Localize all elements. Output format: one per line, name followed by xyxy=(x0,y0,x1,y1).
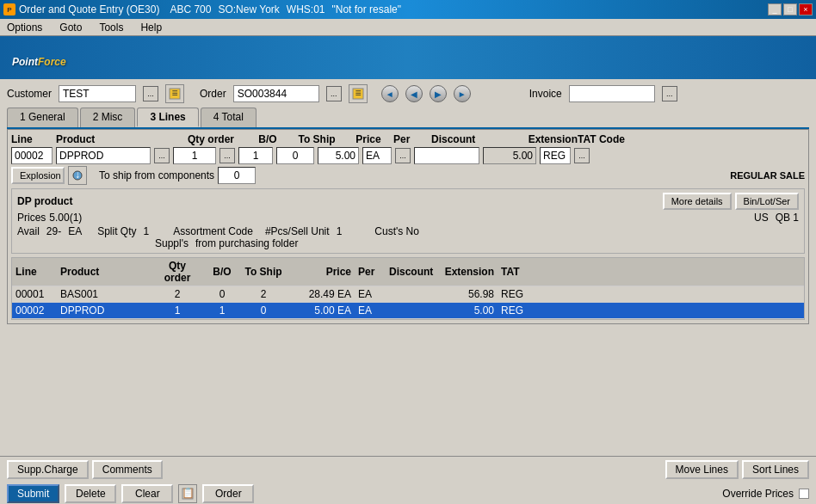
customer-row: Customer ... ≡ Order ... ≡ ◄ ◀ ▶ ► Invoi… xyxy=(7,84,809,103)
cell-discount-1 xyxy=(386,292,437,296)
sort-lines-button[interactable]: Sort Lines xyxy=(742,460,809,479)
th-per: Per xyxy=(355,264,386,280)
avail-label: Avail xyxy=(17,225,40,237)
menu-goto[interactable]: Goto xyxy=(56,22,85,34)
cell-bo-1: 0 xyxy=(203,286,241,302)
bin-lot-ser-button[interactable]: Bin/Lot/Ser xyxy=(735,193,799,210)
invoice-search-button[interactable]: ... xyxy=(662,86,677,101)
override-prices-checkbox[interactable] xyxy=(799,489,809,499)
tab-lines[interactable]: 3 Lines xyxy=(137,108,198,127)
price-input[interactable] xyxy=(318,147,359,164)
tabs-row: 1 General 2 Misc 3 Lines 4 Total xyxy=(7,108,809,129)
product-input[interactable] xyxy=(56,147,151,164)
cell-product-2: DPPROD xyxy=(57,303,151,318)
order-icon-button[interactable]: ≡ xyxy=(349,84,368,103)
supp-charge-button[interactable]: Supp.Charge xyxy=(7,460,89,479)
explosion-icon-button[interactable]: ↓ xyxy=(68,166,87,185)
qty-order-input[interactable] xyxy=(173,147,216,164)
order-icon: 📋 xyxy=(178,484,197,503)
tat-code-search-button[interactable]: ... xyxy=(574,148,590,163)
col-header-product: Product xyxy=(56,133,176,145)
cell-qty-1: 2 xyxy=(151,286,203,302)
logo-text: PointForce xyxy=(12,44,66,71)
product-search-button[interactable]: ... xyxy=(154,148,170,163)
menu-options[interactable]: Options xyxy=(3,22,46,34)
col-header-price: Price xyxy=(343,133,393,145)
invoice-label: Invoice xyxy=(529,88,562,100)
delete-button[interactable]: Delete xyxy=(65,484,116,503)
cell-tat-1: REG xyxy=(498,286,541,302)
close-button[interactable]: × xyxy=(799,3,813,15)
col-header-tatcode: TAT Code xyxy=(578,133,638,145)
order-button[interactable]: Order xyxy=(202,484,254,503)
col-header-per: Per xyxy=(393,133,431,145)
svg-text:📋: 📋 xyxy=(182,488,194,499)
assortment-code-label: Assortment Code xyxy=(173,225,253,237)
minimize-button[interactable]: _ xyxy=(768,3,782,15)
nav-prev-button[interactable]: ◀ xyxy=(405,85,423,102)
customer-icon-button[interactable]: ≡ xyxy=(165,84,184,103)
cell-per-1: EA xyxy=(355,286,386,302)
bo-input[interactable] xyxy=(238,147,273,164)
cell-price-2: 5.00 EA xyxy=(286,303,355,318)
main-content: Customer ... ≡ Order ... ≡ ◄ ◀ ▶ ► Invoi… xyxy=(0,79,816,329)
tab-general[interactable]: 1 General xyxy=(7,108,78,127)
col-header-extension: Extension xyxy=(509,133,578,145)
order-search-button[interactable]: ... xyxy=(326,86,342,101)
line-number-input[interactable] xyxy=(11,147,53,164)
submit-button[interactable]: Submit xyxy=(7,484,59,503)
table-row[interactable]: 00002 DPPROD 1 1 0 5.00 EA EA 5.00 REG xyxy=(12,303,804,319)
th-extension: Extension xyxy=(437,264,498,280)
customer-input[interactable] xyxy=(59,85,136,102)
customer-label: Customer xyxy=(7,88,52,100)
more-details-button[interactable]: More details xyxy=(663,193,732,210)
nav-first-button[interactable]: ◄ xyxy=(381,85,399,102)
menu-tools[interactable]: Tools xyxy=(96,22,127,34)
table-row[interactable]: 00001 BAS001 2 0 2 28.49 EA EA 56.98 REG xyxy=(12,286,804,303)
explosion-button[interactable]: Explosion xyxy=(11,167,65,184)
extension-input xyxy=(483,147,536,164)
app-icon: P xyxy=(3,3,15,15)
override-prices-label: Override Prices xyxy=(722,488,794,500)
discount-input[interactable] xyxy=(414,147,479,164)
nav-last-button[interactable]: ► xyxy=(454,85,471,102)
menu-help[interactable]: Help xyxy=(137,22,165,34)
order-input[interactable] xyxy=(233,85,319,102)
cell-line-1: 00001 xyxy=(12,286,57,302)
cell-ext-2: 5.00 xyxy=(437,303,498,318)
th-qtyorder: Qty order xyxy=(151,258,203,286)
nav-next-button[interactable]: ▶ xyxy=(430,85,447,102)
product-details: DP product More details Bin/Lot/Ser Pric… xyxy=(11,188,805,254)
cell-toship-1: 2 xyxy=(241,286,286,302)
data-table: Line Product Qty order B/O To Ship Price… xyxy=(11,257,805,320)
menu-bar: Options Goto Tools Help xyxy=(0,19,816,36)
svg-text:≡: ≡ xyxy=(172,88,178,99)
maximize-button[interactable]: □ xyxy=(783,3,797,15)
product-name: DP product xyxy=(17,195,72,207)
to-ship-from-input[interactable] xyxy=(218,167,256,184)
to-ship-input[interactable] xyxy=(276,147,314,164)
col-header-line: Line xyxy=(11,133,56,145)
invoice-input[interactable] xyxy=(569,85,655,102)
clear-button[interactable]: Clear xyxy=(121,484,173,503)
line-entry-row: ... ... ... ... xyxy=(11,147,805,164)
supplr-value: from purchasing folder xyxy=(195,237,298,249)
customer-search-button[interactable]: ... xyxy=(143,86,158,101)
tab-misc[interactable]: 2 Misc xyxy=(80,108,136,127)
move-lines-button[interactable]: Move Lines xyxy=(665,460,739,479)
cell-price-1: 28.49 EA xyxy=(286,286,355,302)
tat-code-input[interactable] xyxy=(540,147,571,164)
comments-button[interactable]: Comments xyxy=(92,460,163,479)
tab-total[interactable]: 4 Total xyxy=(201,108,257,127)
per-input[interactable] xyxy=(362,147,392,164)
qty-order-search-button[interactable]: ... xyxy=(219,148,235,163)
th-product: Product xyxy=(57,264,151,280)
cell-ext-1: 56.98 xyxy=(437,286,498,302)
pcs-per-sell-unit-label: #Pcs/Sell Unit xyxy=(265,225,330,237)
qb-label: QB 1 xyxy=(776,212,799,224)
prices-label: Prices xyxy=(17,212,46,224)
title-segment-4: "Not for resale" xyxy=(332,3,402,15)
per-search-button[interactable]: ... xyxy=(395,148,411,163)
col-header-qtyorder: Qty order xyxy=(176,133,245,145)
us-label: US xyxy=(754,212,769,224)
